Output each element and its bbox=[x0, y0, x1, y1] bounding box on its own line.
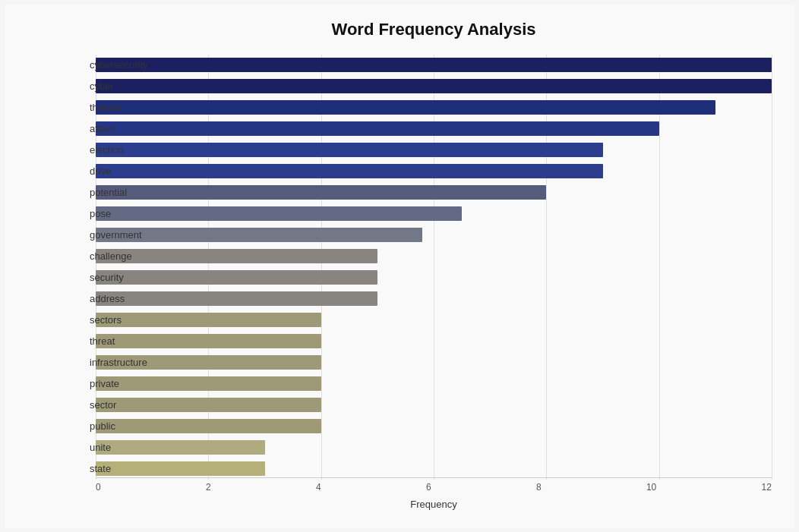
x-tick: 8 bbox=[536, 482, 542, 493]
bar-fill bbox=[96, 270, 377, 285]
x-tick: 12 bbox=[762, 482, 772, 493]
x-axis: 024681012 Frequency bbox=[96, 477, 772, 510]
bar-fill bbox=[96, 419, 321, 434]
bar-row: sector bbox=[96, 395, 772, 416]
gridline bbox=[772, 55, 772, 480]
bar-row: sectors bbox=[96, 310, 772, 331]
bars-wrapper: cybersecuritycyberthreatsattackelectiond… bbox=[96, 55, 772, 480]
bar-fill bbox=[96, 291, 377, 307]
x-tick: 10 bbox=[646, 482, 656, 493]
x-tick: 6 bbox=[426, 482, 431, 493]
x-axis-line bbox=[96, 477, 772, 478]
bar-row: address bbox=[96, 288, 772, 310]
x-tick: 4 bbox=[316, 482, 321, 493]
bar-row: private bbox=[96, 373, 772, 395]
x-tick: 0 bbox=[96, 482, 101, 493]
bar-fill bbox=[96, 313, 321, 328]
bar-row: security bbox=[96, 267, 772, 288]
bar-fill bbox=[96, 164, 603, 179]
x-ticks: 024681012 bbox=[96, 482, 772, 493]
bar-fill bbox=[96, 249, 377, 264]
bar-row: cyber bbox=[96, 76, 772, 97]
bar-fill bbox=[96, 58, 772, 73]
bar-fill bbox=[96, 185, 546, 200]
bar-row: infrastructure bbox=[96, 352, 772, 373]
bar-row: election bbox=[96, 140, 772, 161]
bar-row: threat bbox=[96, 331, 772, 352]
bar-fill bbox=[96, 206, 462, 222]
bar-fill bbox=[96, 228, 422, 243]
bar-fill bbox=[96, 440, 265, 455]
bar-row: threats bbox=[96, 97, 772, 118]
bar-row: pose bbox=[96, 203, 772, 225]
bar-fill bbox=[96, 121, 659, 137]
bar-fill bbox=[96, 334, 321, 349]
bar-row: government bbox=[96, 225, 772, 246]
bar-fill bbox=[96, 376, 321, 392]
bar-fill bbox=[96, 100, 715, 115]
bar-row: cybersecurity bbox=[96, 55, 772, 76]
bar-row: public bbox=[96, 416, 772, 437]
bar-row: challenge bbox=[96, 246, 772, 267]
bar-row: attack bbox=[96, 118, 772, 140]
bar-row: unite bbox=[96, 437, 772, 458]
chart-area: cybersecuritycyberthreatsattackelectiond… bbox=[96, 55, 772, 480]
bar-fill bbox=[96, 398, 321, 413]
x-tick: 2 bbox=[206, 482, 211, 493]
chart-title: Word Frequency Analysis bbox=[96, 20, 772, 39]
bar-row: state bbox=[96, 458, 772, 480]
bar-fill bbox=[96, 79, 772, 94]
bar-row: potential bbox=[96, 182, 772, 203]
bar-row: drive bbox=[96, 161, 772, 182]
chart-container: Word Frequency Analysis cybersecuritycyb… bbox=[5, 5, 794, 528]
x-axis-label: Frequency bbox=[96, 499, 772, 510]
bar-fill bbox=[96, 461, 265, 477]
bar-fill bbox=[96, 143, 603, 158]
